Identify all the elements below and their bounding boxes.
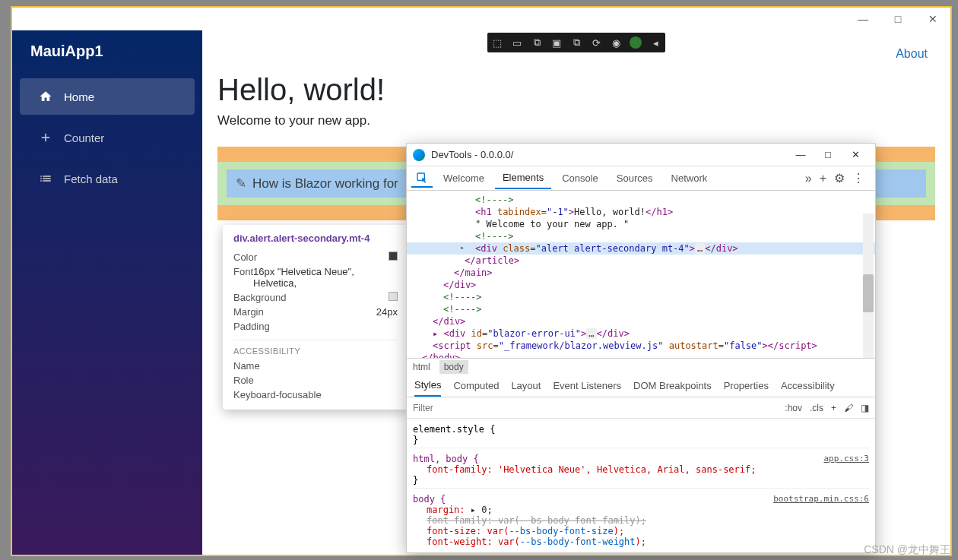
tabs-overflow-button[interactable]: » xyxy=(805,172,812,185)
css-prop-overridden[interactable]: font-family: var(--bs-body-font-family); xyxy=(413,515,869,526)
debug-collapse-icon[interactable]: ◂ xyxy=(646,33,665,52)
tooltip-a11y-role: Role xyxy=(233,375,254,386)
devtools-minimize-button[interactable]: — xyxy=(787,144,814,166)
plus-icon xyxy=(38,130,53,145)
new-rule-button[interactable]: + xyxy=(831,403,836,413)
hov-toggle[interactable]: :hov xyxy=(785,403,802,413)
inspect-element-button[interactable] xyxy=(411,169,433,188)
dom-comment: <!----> xyxy=(475,195,514,205)
devtools-tabbar: Welcome Elements Console Sources Network… xyxy=(407,166,875,191)
tab-accessibility[interactable]: Accessibility xyxy=(781,375,835,396)
styles-filter-input[interactable] xyxy=(413,403,785,413)
tab-add-button[interactable]: + xyxy=(820,172,826,185)
debug-item-icon[interactable]: ▣ xyxy=(547,33,566,52)
css-prop[interactable]: font-weight: var(--bs-body-font-weight); xyxy=(413,536,869,547)
crumb-html[interactable]: html xyxy=(413,362,430,372)
about-link[interactable]: About xyxy=(896,47,928,61)
alert-text: How is Blazor working for xyxy=(252,176,398,191)
tab-console[interactable]: Console xyxy=(554,168,606,188)
hero: Hello, world! Welcome to your new app. xyxy=(202,43,950,128)
paint-icon[interactable]: 🖌 xyxy=(844,403,853,413)
scrollbar-thumb[interactable] xyxy=(863,274,874,312)
source-link[interactable]: app.css:3 xyxy=(823,454,869,464)
debug-toolbar: ⬚ ▭ ⧉ ▣ ⧉ ⟳ ◉ ◂ xyxy=(487,33,665,52)
sidebar-item-label: Fetch data xyxy=(64,172,118,185)
elements-panel[interactable]: <!----> <h1 tabindex="-1">Hello, world!<… xyxy=(407,191,875,358)
css-prop[interactable]: margin: ▸ 0; xyxy=(413,505,869,515)
tab-computed[interactable]: Computed xyxy=(453,375,499,396)
rule-selector: body { xyxy=(413,494,446,505)
page-subtitle: Welcome to your new app. xyxy=(217,113,935,128)
watermark: CSDN @龙中舞王 xyxy=(864,543,950,557)
sidebar-item-counter[interactable]: Counter xyxy=(20,119,195,156)
window-titlebar: — □ ✕ xyxy=(12,8,950,30)
sidebar: MauiApp1 Home Counter Fetch data xyxy=(12,30,202,555)
styles-panel[interactable]: element.style { } app.css:3 html, body {… xyxy=(407,419,875,552)
source-link[interactable]: bootstrap.min.css:6 xyxy=(773,494,869,504)
dom-comment: <!----> xyxy=(475,231,514,242)
tooltip-bg-label: Background xyxy=(233,292,286,303)
tooltip-margin-label: Margin xyxy=(233,306,264,318)
rule-selector: html, body { xyxy=(413,454,479,464)
tooltip-selector: div.alert.alert-secondary.mt-4 xyxy=(233,233,398,244)
rule-selector: element.style { xyxy=(413,424,495,435)
tooltip-a11y-heading: ACCESSIBILITY xyxy=(233,340,398,356)
devtools-window: DevTools - 0.0.0.0/ — □ ✕ Welcome Elemen… xyxy=(406,143,876,553)
elements-scrollbar[interactable] xyxy=(863,214,874,358)
tooltip-color-label: Color xyxy=(233,252,257,263)
settings-gear-icon[interactable]: ⚙ xyxy=(834,171,845,185)
devtools-close-button[interactable]: ✕ xyxy=(842,144,869,166)
css-prop[interactable]: font-family: 'Helvetica Neue', Helvetica… xyxy=(413,464,869,475)
sidebar-item-fetchdata[interactable]: Fetch data xyxy=(20,160,195,197)
tab-network[interactable]: Network xyxy=(664,168,715,188)
bg-swatch xyxy=(389,292,398,301)
tooltip-margin-value: 24px xyxy=(376,306,398,318)
tab-welcome[interactable]: Welcome xyxy=(436,168,492,188)
styles-tabbar: Styles Computed Layout Event Listeners D… xyxy=(407,375,875,397)
crumb-body[interactable]: body xyxy=(439,360,468,374)
dom-text: " Welcome to your new app. " xyxy=(475,219,629,229)
sidebar-toggle-icon[interactable]: ◨ xyxy=(861,403,869,413)
debug-item-icon[interactable]: ▭ xyxy=(507,33,527,52)
tooltip-font-value: 16px "Helvetica Neue", Helvetica, xyxy=(253,266,398,289)
sidebar-item-home[interactable]: Home xyxy=(20,78,195,115)
tab-dom-breakpoints[interactable]: DOM Breakpoints xyxy=(633,375,712,396)
edge-icon xyxy=(413,149,425,161)
dom-selected-node[interactable]: <div class="alert alert-secondary mt-4">… xyxy=(407,242,875,255)
debug-item-icon[interactable]: ◉ xyxy=(606,33,626,52)
tab-properties[interactable]: Properties xyxy=(724,375,769,396)
kebab-menu-icon[interactable]: ⋮ xyxy=(852,171,864,185)
close-button[interactable]: ✕ xyxy=(915,8,950,30)
list-icon xyxy=(38,171,53,186)
debug-item-icon[interactable]: ⧉ xyxy=(527,33,547,52)
tab-event-listeners[interactable]: Event Listeners xyxy=(553,375,621,396)
cls-toggle[interactable]: .cls xyxy=(810,403,823,413)
tab-styles[interactable]: Styles xyxy=(414,375,441,397)
maximize-button[interactable]: □ xyxy=(880,8,915,30)
devtools-maximize-button[interactable]: □ xyxy=(814,144,842,166)
sidebar-item-label: Home xyxy=(64,90,94,103)
tooltip-padding-label: Padding xyxy=(233,321,270,332)
devtools-title: DevTools - 0.0.0.0/ xyxy=(431,149,513,160)
inspector-tooltip: div.alert.alert-secondary.mt-4 Color Fon… xyxy=(223,225,408,410)
tab-sources[interactable]: Sources xyxy=(609,168,661,188)
tab-layout[interactable]: Layout xyxy=(511,375,541,396)
debug-item-icon[interactable]: ⧉ xyxy=(566,33,586,52)
tooltip-font-label: Font xyxy=(233,266,253,289)
app-title: MauiApp1 xyxy=(12,43,202,78)
page-title: Hello, world! xyxy=(217,73,935,107)
debug-check-icon[interactable] xyxy=(630,36,642,49)
devtools-titlebar[interactable]: DevTools - 0.0.0.0/ — □ ✕ xyxy=(407,144,875,166)
debug-item-icon[interactable]: ⬚ xyxy=(487,33,507,52)
tooltip-a11y-name: Name xyxy=(233,360,260,372)
tooltip-a11y-kbf: Keyboard-focusable xyxy=(233,389,322,400)
dom-breadcrumbs[interactable]: html body xyxy=(407,358,875,375)
tab-elements[interactable]: Elements xyxy=(495,167,551,189)
pencil-icon: ✎ xyxy=(236,176,246,191)
minimize-button[interactable]: — xyxy=(845,8,880,30)
sidebar-item-label: Counter xyxy=(64,131,104,144)
css-prop[interactable]: font-size: var(--bs-body-font-size); xyxy=(413,526,869,536)
home-icon xyxy=(38,89,53,104)
styles-filter-row: :hov .cls + 🖌 ◨ xyxy=(407,397,875,419)
debug-item-icon[interactable]: ⟳ xyxy=(586,33,606,52)
